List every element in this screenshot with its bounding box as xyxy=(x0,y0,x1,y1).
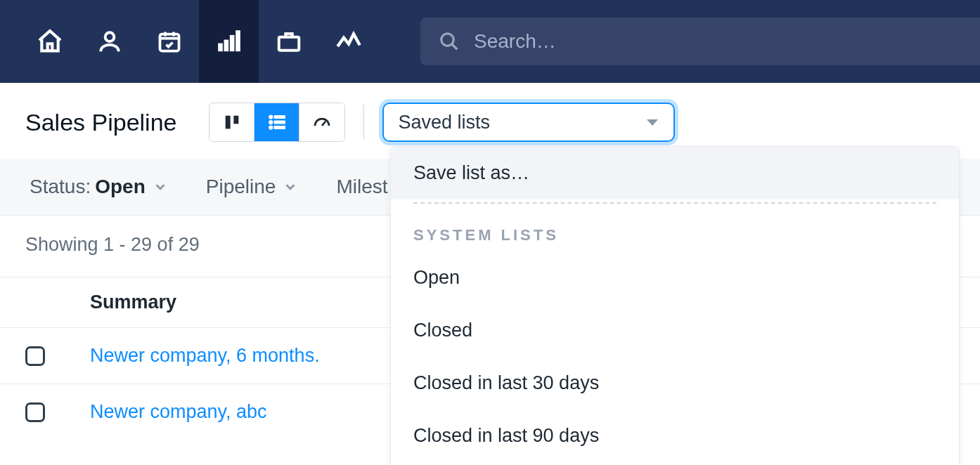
svg-rect-11 xyxy=(274,116,285,119)
system-list-closed[interactable]: Closed xyxy=(391,304,959,357)
svg-rect-3 xyxy=(224,40,228,51)
filter-pipeline-label: Pipeline xyxy=(206,176,276,198)
row-checkbox[interactable] xyxy=(25,402,45,422)
saved-lists-panel: Save list as… SYSTEM LISTS Open Closed C… xyxy=(390,146,960,465)
page-title: Sales Pipeline xyxy=(25,109,176,136)
svg-rect-5 xyxy=(236,31,240,51)
chevron-down-icon xyxy=(153,179,168,195)
svg-point-7 xyxy=(441,34,454,46)
filter-pipeline[interactable]: Pipeline xyxy=(206,176,299,198)
toolbar: Sales Pipeline Saved lists Save list as…… xyxy=(0,83,980,159)
row-summary-link[interactable]: Newer company, 6 months. xyxy=(90,345,320,367)
filter-milestone-label: Milest xyxy=(336,176,387,198)
top-nav xyxy=(0,0,980,83)
svg-point-10 xyxy=(269,115,273,119)
svg-rect-15 xyxy=(274,126,285,129)
nav-cases[interactable] xyxy=(259,0,318,83)
search-icon xyxy=(439,31,460,52)
svg-rect-9 xyxy=(233,116,238,124)
nav-reports[interactable] xyxy=(318,0,378,83)
filter-milestone[interactable]: Milest xyxy=(336,176,387,198)
view-kanban-button[interactable] xyxy=(209,103,254,141)
dropdown-divider xyxy=(413,202,936,204)
view-list-button[interactable] xyxy=(254,103,299,141)
filter-status[interactable]: Status: Open xyxy=(30,176,168,198)
save-list-as[interactable]: Save list as… xyxy=(391,147,959,199)
saved-lists-dropdown[interactable]: Saved lists xyxy=(382,103,675,142)
search-bar[interactable] xyxy=(420,18,980,65)
nav-calendar[interactable] xyxy=(139,0,199,83)
system-list-closed-30[interactable]: Closed in last 30 days xyxy=(391,357,959,410)
row-summary-link[interactable]: Newer company, abc xyxy=(90,401,267,423)
svg-rect-6 xyxy=(278,37,299,51)
calendar-check-icon xyxy=(157,29,182,54)
person-icon xyxy=(96,28,123,55)
svg-rect-8 xyxy=(226,116,231,129)
trend-line-icon xyxy=(334,27,363,56)
svg-rect-2 xyxy=(219,44,222,51)
search-input[interactable] xyxy=(474,30,962,53)
chevron-down-icon xyxy=(283,179,298,195)
system-lists-heading: SYSTEM LISTS xyxy=(391,209,959,251)
signal-bars-icon xyxy=(215,27,243,55)
column-summary[interactable]: Summary xyxy=(90,292,176,313)
list-icon xyxy=(266,112,288,133)
filter-status-value: Open xyxy=(95,176,146,198)
svg-point-12 xyxy=(269,121,273,124)
system-list-closed-90[interactable]: Closed in last 90 days xyxy=(391,410,959,462)
saved-lists-label: Saved lists xyxy=(398,112,490,133)
home-icon xyxy=(36,27,64,55)
row-checkbox[interactable] xyxy=(25,346,45,366)
filter-status-label: Status: xyxy=(30,176,91,198)
svg-rect-13 xyxy=(274,121,285,124)
view-dashboard-button[interactable] xyxy=(299,103,344,141)
nav-people[interactable] xyxy=(79,0,139,83)
caret-down-icon xyxy=(647,119,658,126)
gauge-icon xyxy=(311,112,333,133)
system-list-open[interactable]: Open xyxy=(391,251,959,304)
nav-home[interactable] xyxy=(20,0,79,83)
svg-rect-4 xyxy=(230,36,233,51)
svg-rect-1 xyxy=(160,34,179,51)
view-switch xyxy=(209,103,345,142)
svg-point-0 xyxy=(105,32,114,41)
kanban-icon xyxy=(222,112,242,132)
toolbar-separator xyxy=(363,105,364,140)
briefcase-icon xyxy=(276,28,302,55)
svg-point-14 xyxy=(269,126,273,129)
nav-pipeline[interactable] xyxy=(199,0,259,83)
